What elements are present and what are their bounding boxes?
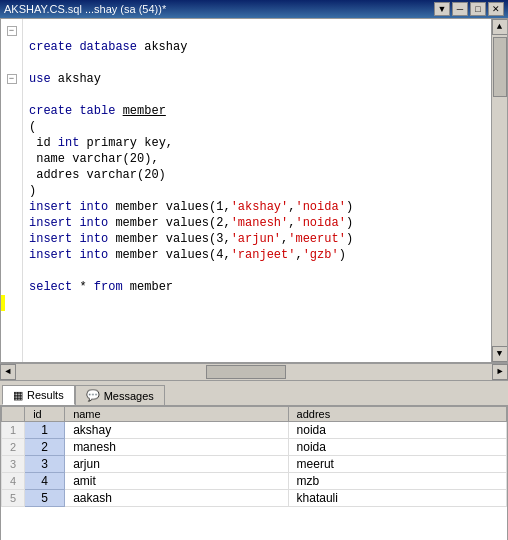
code-line: create table member [29,103,487,119]
code-line: create database akshay [29,39,487,55]
scroll-track[interactable] [492,35,507,346]
scroll-down-btn[interactable]: ▼ [492,346,508,362]
h-scroll-track[interactable] [16,364,492,380]
code-line: insert into member values(1,'akshay','no… [29,199,487,215]
messages-tab-label: Messages [104,390,154,402]
editor-gutter: − − [1,19,23,362]
table-row[interactable]: 22maneshnoida [2,439,507,456]
scroll-down-btn[interactable]: ▼ [434,2,450,16]
h-scroll-right-btn[interactable]: ► [492,364,508,380]
code-line: name varchar(20), [29,151,487,167]
code-editor: − − create database akshay use [0,18,508,363]
code-content[interactable]: create database akshay use akshay create… [23,19,491,362]
close-btn[interactable]: ✕ [488,2,504,16]
fold-marker-1[interactable]: − [1,23,22,39]
results-tab-label: Results [27,389,64,401]
results-panel: ▦ Results 💬 Messages id name addres 11ak… [0,379,508,540]
code-line [29,23,487,39]
horizontal-scrollbar[interactable]: ◄ ► [0,363,508,379]
table-row[interactable]: 44amitmzb [2,473,507,490]
scroll-thumb[interactable] [493,37,507,97]
maximize-btn[interactable]: □ [470,2,486,16]
code-line: select * from member [29,279,487,295]
results-table-container: id name addres 11akshaynoida22maneshnoid… [0,405,508,540]
code-line: addres varchar(20) [29,167,487,183]
code-line [29,295,487,311]
code-line: ) [29,183,487,199]
window-title: AKSHAY.CS.sql ...shay (sa (54))* [4,3,166,15]
code-line: use akshay [29,71,487,87]
tab-results[interactable]: ▦ Results [2,385,75,405]
tabs-row: ▦ Results 💬 Messages [0,381,508,405]
col-header-rownum [2,407,25,422]
code-line [29,87,487,103]
tab-messages[interactable]: 💬 Messages [75,385,165,405]
code-line: id int primary key, [29,135,487,151]
messages-tab-icon: 💬 [86,389,100,402]
code-line: ( [29,119,487,135]
h-scroll-left-btn[interactable]: ◄ [0,364,16,380]
table-row[interactable]: 33arjunmeerut [2,456,507,473]
col-header-name[interactable]: name [65,407,288,422]
title-bar: AKSHAY.CS.sql ...shay (sa (54))* ▼ ─ □ ✕ [0,0,508,18]
col-header-id[interactable]: id [25,407,65,422]
code-line [29,55,487,71]
table-header-row: id name addres [2,407,507,422]
fold-marker-2[interactable]: − [1,71,22,87]
minimize-btn[interactable]: ─ [452,2,468,16]
results-table: id name addres 11akshaynoida22maneshnoid… [1,406,507,507]
results-tab-icon: ▦ [13,389,23,402]
table-row[interactable]: 11akshaynoida [2,422,507,439]
code-line [29,311,487,327]
table-row[interactable]: 55aakashkhatauli [2,490,507,507]
col-header-addres[interactable]: addres [288,407,506,422]
h-scroll-thumb[interactable] [206,365,286,379]
code-line: insert into member values(2,'manesh','no… [29,215,487,231]
vertical-scrollbar[interactable]: ▲ ▼ [491,19,507,362]
code-line [29,263,487,279]
code-line: insert into member values(3,'arjun','mee… [29,231,487,247]
code-line: insert into member values(4,'ranjeet','g… [29,247,487,263]
scroll-up-btn[interactable]: ▲ [492,19,508,35]
title-bar-buttons: ▼ ─ □ ✕ [434,2,504,16]
